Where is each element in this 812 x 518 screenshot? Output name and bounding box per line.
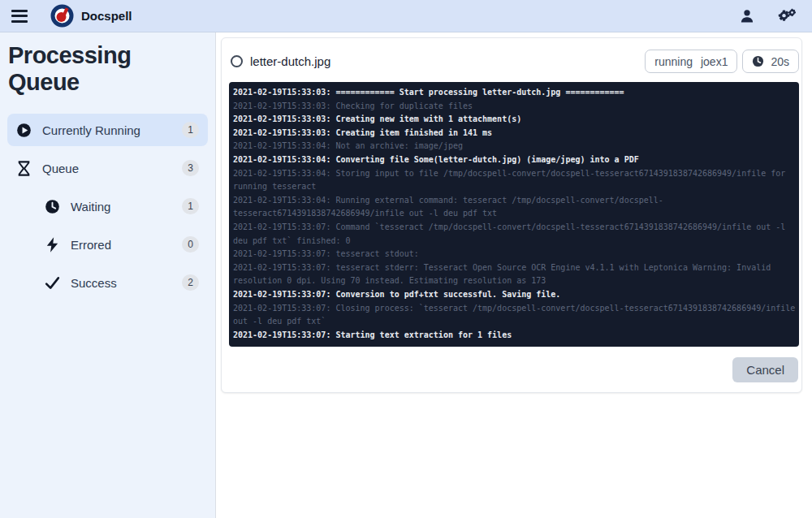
sidebar-item-waiting[interactable]: Waiting 1: [7, 190, 208, 222]
hourglass-icon: [16, 161, 32, 176]
page-title: Processing Queue: [0, 41, 215, 96]
sidebar-item-success[interactable]: Success 2: [7, 266, 208, 299]
sidebar-item-queue[interactable]: Queue 3: [7, 152, 208, 184]
gears-icon[interactable]: [776, 8, 796, 24]
count-badge: 3: [182, 160, 199, 176]
log-line: 2021-02-19T15:33:07: tesseract stderr: T…: [233, 261, 796, 288]
queue-menu: Currently Running 1 Queue 3: [0, 114, 215, 299]
spinner-icon: [231, 55, 243, 67]
count-badge: 0: [182, 236, 199, 253]
job-card-footer: Cancel: [229, 347, 799, 384]
job-filename: letter-dutch.jpg: [250, 54, 330, 68]
count-badge: 1: [182, 122, 199, 138]
count-badge: 1: [182, 198, 199, 214]
log-line: 2021-02-19T15:33:03: Creating new item w…: [233, 113, 796, 127]
log-line: 2021-02-19T15:33:07: Command `tesseract …: [233, 221, 796, 248]
sidebar: Processing Queue Currently Running 1: [0, 32, 216, 518]
clock-icon: [752, 55, 764, 67]
main-content: letter-dutch.jpg running joex1 20s: [216, 32, 812, 518]
count-badge: 2: [182, 274, 199, 291]
job-duration-badge: 20s: [742, 50, 799, 73]
sidebar-item-currently-running[interactable]: Currently Running 1: [7, 114, 208, 146]
log-line: 2021-02-19T15:33:03: ============ Start …: [233, 86, 796, 100]
sidebar-item-label: Currently Running: [42, 123, 140, 137]
log-line: 2021-02-19T15:33:03: Checking for duplic…: [233, 100, 796, 114]
log-line: 2021-02-19T15:33:07: Conversion to pdf+t…: [233, 288, 796, 302]
check-icon: [45, 275, 60, 291]
clock-icon: [45, 199, 60, 214]
log-line: 2021-02-19T15:33:03: Creating item finis…: [233, 127, 796, 140]
sidebar-item-label: Success: [71, 276, 117, 290]
log-line: 2021-02-19T15:33:04: Converting file Som…: [233, 153, 796, 167]
bolt-icon: [45, 237, 60, 253]
job-state: running: [654, 55, 693, 68]
log-line: 2021-02-19T15:33:07: Closing process: `t…: [233, 302, 796, 329]
job-duration: 20s: [771, 55, 789, 68]
app-title: Docspell: [81, 9, 132, 23]
user-icon[interactable]: [739, 8, 755, 24]
job-state-badge: running joex1: [645, 50, 737, 73]
job-card: letter-dutch.jpg running joex1 20s: [221, 37, 802, 393]
job-worker: joex1: [701, 55, 728, 68]
brand[interactable]: Docspell: [50, 4, 132, 28]
sidebar-item-errored[interactable]: Errored 0: [7, 228, 208, 261]
job-card-header: letter-dutch.jpg running joex1 20s: [229, 45, 799, 82]
log-line: 2021-02-19T15:33:04: Running external co…: [233, 194, 796, 221]
log-output: 2021-02-19T15:33:03: ============ Start …: [229, 82, 799, 347]
hamburger-menu-icon[interactable]: [11, 10, 28, 23]
log-line: 2021-02-19T15:33:07: Starting text extra…: [233, 329, 796, 343]
sidebar-item-label: Waiting: [71, 200, 110, 214]
log-line: 2021-02-19T15:33:04: Storing input to fi…: [233, 167, 796, 194]
log-line: 2021-02-19T15:33:07: tesseract stdout:: [233, 248, 796, 261]
docspell-logo: [50, 4, 74, 28]
log-line: 2021-02-19T15:33:04: Not an archive: ima…: [233, 140, 796, 153]
topbar: Docspell: [0, 0, 812, 32]
sidebar-item-label: Errored: [71, 238, 111, 252]
play-circle-icon: [16, 123, 32, 138]
sidebar-item-label: Queue: [42, 162, 79, 175]
cancel-button[interactable]: Cancel: [732, 357, 798, 382]
